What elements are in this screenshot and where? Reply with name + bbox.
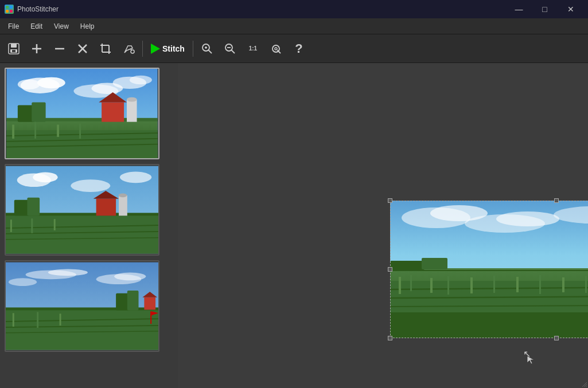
svg-line-138 — [586, 386, 587, 387]
svg-rect-3 — [10, 10, 13, 13]
svg-rect-40 — [32, 103, 45, 122]
titlebar: PhotoStitcher — □ ✕ — [0, 0, 588, 18]
handle-top-left[interactable] — [388, 198, 392, 203]
toolbar-sep-1 — [142, 41, 143, 57]
paint-button[interactable] — [118, 38, 139, 59]
menubar: File Edit View Help — [0, 18, 588, 34]
thumbnail-item-3[interactable] — [5, 260, 159, 352]
handle-middle-left[interactable] — [388, 267, 392, 272]
add-button[interactable] — [26, 38, 47, 59]
maximize-button[interactable]: □ — [532, 0, 558, 18]
help-button[interactable]: ? — [289, 38, 309, 59]
handle-bottom-left[interactable] — [388, 336, 392, 340]
menu-file[interactable]: File — [2, 20, 25, 33]
svg-point-78 — [9, 278, 37, 286]
remove-button[interactable] — [49, 38, 70, 59]
svg-rect-91 — [60, 313, 61, 326]
svg-point-57 — [120, 172, 151, 183]
scrollbar-track[interactable] — [171, 63, 178, 388]
svg-rect-0 — [6, 6, 9, 9]
toolbar-sep-2 — [193, 41, 193, 57]
svg-point-31 — [37, 77, 65, 89]
svg-point-56 — [71, 179, 110, 192]
svg-rect-51 — [57, 125, 59, 137]
cursor-indicator — [526, 355, 531, 359]
svg-rect-72 — [54, 219, 56, 230]
save-button[interactable] — [3, 38, 24, 59]
svg-rect-90 — [37, 312, 38, 328]
svg-point-75 — [48, 269, 88, 276]
svg-rect-70 — [10, 220, 12, 232]
thumbnail-item-2[interactable] — [5, 164, 159, 256]
svg-rect-83 — [144, 297, 155, 310]
thumbnail-list — [0, 63, 171, 388]
svg-rect-62 — [119, 195, 127, 215]
toolbar: Stitch 1:1 ? — [0, 34, 588, 63]
clear-button[interactable] — [72, 38, 93, 59]
minimize-button[interactable]: — — [506, 0, 532, 18]
crop-button[interactable] — [95, 38, 116, 59]
handle-bottom-center[interactable] — [554, 336, 559, 340]
svg-rect-50 — [34, 122, 36, 139]
svg-rect-2 — [6, 10, 9, 13]
svg-rect-41 — [102, 103, 124, 122]
svg-rect-65 — [27, 198, 40, 216]
svg-marker-135 — [527, 356, 534, 364]
zoom-fit-button[interactable] — [266, 38, 286, 59]
app-icon — [5, 5, 14, 14]
svg-point-27 — [275, 48, 277, 50]
left-panel — [0, 63, 178, 388]
svg-rect-89 — [13, 313, 14, 327]
titlebar-controls: — □ ✕ — [506, 0, 583, 18]
svg-rect-92 — [150, 311, 151, 324]
svg-point-32 — [18, 80, 40, 90]
svg-point-55 — [33, 172, 57, 182]
svg-point-77 — [114, 272, 146, 280]
svg-rect-1 — [10, 6, 13, 9]
svg-rect-71 — [31, 218, 33, 233]
zoom-out-button[interactable] — [220, 38, 240, 59]
resize-grip[interactable] — [580, 380, 587, 387]
titlebar-left: PhotoStitcher — [5, 5, 59, 14]
svg-line-25 — [231, 50, 235, 53]
svg-rect-49 — [12, 125, 14, 139]
menu-help[interactable]: Help — [75, 20, 100, 33]
menu-view[interactable]: View — [48, 20, 75, 33]
svg-rect-82 — [127, 291, 139, 310]
svg-point-63 — [119, 193, 127, 197]
thumbnail-item-1[interactable] — [5, 68, 159, 159]
main-content — [0, 63, 588, 388]
zoom-1to1-button[interactable]: 1:1 — [243, 38, 263, 59]
svg-point-36 — [130, 76, 152, 85]
canvas-area — [178, 63, 588, 388]
close-button[interactable]: ✕ — [558, 0, 583, 18]
zoom-1to1-label: 1:1 — [249, 45, 257, 52]
handle-top-center[interactable] — [554, 198, 559, 203]
zoom-in-button[interactable] — [197, 38, 217, 59]
stitch-label: Stitch — [162, 44, 185, 53]
app-title: PhotoStitcher — [17, 5, 59, 13]
play-icon — [151, 44, 160, 54]
panorama-container — [390, 201, 588, 338]
svg-rect-60 — [96, 199, 116, 216]
svg-rect-5 — [11, 44, 17, 48]
menu-edit[interactable]: Edit — [25, 20, 48, 33]
svg-point-44 — [127, 97, 137, 102]
panorama-border — [390, 201, 588, 338]
svg-rect-43 — [127, 100, 137, 122]
stitch-button[interactable]: Stitch — [146, 41, 189, 56]
help-icon: ? — [295, 41, 302, 56]
svg-rect-7 — [12, 50, 15, 52]
svg-line-22 — [208, 50, 212, 53]
svg-rect-52 — [79, 124, 81, 139]
